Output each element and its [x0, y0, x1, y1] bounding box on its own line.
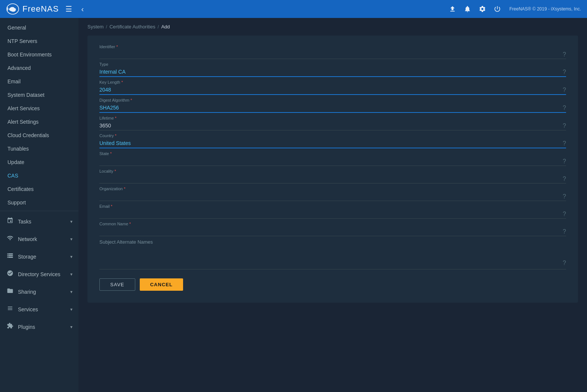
breadcrumb-system[interactable]: System [87, 24, 104, 30]
common-name-input[interactable] [99, 227, 566, 236]
state-input[interactable] [99, 157, 566, 166]
common-name-help-icon[interactable]: ? [563, 228, 566, 235]
locality-help-icon[interactable]: ? [563, 176, 566, 182]
country-label: Country * [99, 133, 566, 138]
storage-arrow: ▾ [70, 254, 72, 259]
notifications-button[interactable] [461, 3, 473, 15]
subject-alt-names-textarea[interactable] [99, 247, 566, 269]
lifetime-input[interactable] [99, 121, 566, 130]
organization-label: Organization * [99, 186, 566, 191]
power-button[interactable] [491, 3, 503, 15]
country-field: Country * United States Canada United Ki… [99, 133, 566, 148]
lifetime-label: Lifetime * [99, 116, 566, 120]
sidebar-item-plugins[interactable]: Plugins ▾ [0, 318, 78, 336]
organization-help-icon[interactable]: ? [563, 193, 566, 200]
sidebar-item-storage[interactable]: Storage ▾ [0, 248, 78, 265]
type-field: Type Internal CA Intermediate CA Import … [99, 62, 566, 77]
state-help-icon[interactable]: ? [563, 158, 566, 165]
lifetime-help-icon[interactable]: ? [563, 123, 566, 129]
network-arrow: ▾ [70, 237, 72, 242]
storage-icon [6, 252, 14, 261]
directory-services-label: Directory Services [18, 271, 61, 277]
sidebar-item-certificates[interactable]: Certificates [0, 182, 78, 196]
sidebar-item-boot-environments[interactable]: Boot Environments [0, 48, 78, 61]
type-select[interactable]: Internal CA Intermediate CA Import CA [99, 67, 566, 77]
digest-algorithm-input-wrapper: SHA1 SHA224 SHA256 SHA384 SHA512 ? [99, 103, 566, 113]
services-arrow: ▾ [70, 307, 72, 312]
plugins-svg-icon [7, 322, 13, 329]
tasks-arrow: ▾ [70, 219, 72, 224]
email-input[interactable] [99, 209, 566, 219]
common-name-field: Common Name * ? [99, 222, 566, 236]
sidebar-item-ntp-servers[interactable]: NTP Servers [0, 34, 78, 48]
email-help-icon[interactable]: ? [563, 211, 566, 217]
sidebar: General NTP Servers Boot Environments Ad… [0, 18, 78, 392]
tasks-label: Tasks [18, 219, 31, 225]
topbar-logo: FreeNAS [6, 2, 59, 16]
digest-algorithm-label: Digest Algorithm * [99, 98, 566, 102]
subject-alt-names-help-icon[interactable]: ? [563, 260, 566, 266]
digest-algorithm-select[interactable]: SHA1 SHA224 SHA256 SHA384 SHA512 [99, 103, 566, 113]
key-length-field: Key Length * 1024 2048 4096 ? [99, 80, 566, 95]
email-input-wrapper: ? [99, 209, 566, 219]
locality-input[interactable] [99, 174, 566, 183]
sidebar-item-advanced[interactable]: Advanced [0, 61, 78, 75]
form-card: Identifier * ? Type Internal CA Intermed… [87, 36, 578, 303]
identifier-input[interactable] [99, 50, 566, 59]
common-name-input-wrapper: ? [99, 227, 566, 236]
network-label: Network [18, 236, 37, 242]
directory-services-svg-icon [7, 270, 13, 277]
key-length-select[interactable]: 1024 2048 4096 [99, 85, 566, 95]
organization-input-wrapper: ? [99, 192, 566, 201]
svg-point-1 [14, 7, 16, 8]
breadcrumb: System / Certificate Authorities / Add [78, 18, 587, 33]
storage-svg-icon [7, 252, 13, 259]
sidebar-item-cas[interactable]: CAS [0, 169, 78, 182]
sidebar-item-tasks[interactable]: Tasks ▾ [0, 213, 78, 230]
country-help-icon[interactable]: ? [563, 140, 566, 147]
lifetime-input-wrapper: ? [99, 121, 566, 130]
breadcrumb-sep1: / [106, 24, 107, 30]
breadcrumb-add: Add [161, 24, 170, 30]
main-layout: General NTP Servers Boot Environments Ad… [0, 18, 587, 392]
breadcrumb-certificate-authorities[interactable]: Certificate Authorities [109, 24, 155, 30]
settings-button[interactable] [476, 3, 488, 15]
sidebar-item-sharing[interactable]: Sharing ▾ [0, 283, 78, 300]
sidebar-item-tunables[interactable]: Tunables [0, 142, 78, 155]
sidebar-item-update[interactable]: Update [0, 155, 78, 169]
sidebar-item-services[interactable]: Services ▾ [0, 300, 78, 318]
back-button[interactable]: ‹ [79, 3, 86, 16]
topbar: FreeNAS ☰ ‹ FreeNAS® © 2019 - iXsystems,… [0, 0, 587, 18]
sidebar-item-alert-services[interactable]: Alert Services [0, 102, 78, 115]
sidebar-item-directory-services[interactable]: Directory Services ▾ [0, 265, 78, 283]
sharing-label: Sharing [18, 289, 36, 295]
app-name: FreeNAS [22, 4, 59, 14]
services-icon [6, 305, 14, 314]
key-length-help-icon[interactable]: ? [563, 87, 566, 93]
upload-icon-button[interactable] [447, 3, 458, 15]
email-label: Email * [99, 204, 566, 209]
sidebar-item-email[interactable]: Email [0, 75, 78, 88]
organization-input[interactable] [99, 192, 566, 201]
sharing-icon [6, 287, 14, 296]
sidebar-item-alert-settings[interactable]: Alert Settings [0, 115, 78, 129]
state-input-wrapper: ? [99, 157, 566, 166]
country-select[interactable]: United States Canada United Kingdom Germ… [99, 139, 566, 148]
sidebar-item-cloud-credentials[interactable]: Cloud Credentials [0, 129, 78, 142]
sidebar-item-support[interactable]: Support [0, 196, 78, 209]
storage-label: Storage [18, 254, 36, 260]
digest-algorithm-help-icon[interactable]: ? [563, 105, 566, 111]
lifetime-required: * [115, 116, 117, 120]
sidebar-item-general[interactable]: General [0, 21, 78, 34]
sidebar-item-network[interactable]: Network ▾ [0, 230, 78, 248]
identifier-required: * [116, 44, 118, 49]
plugins-label: Plugins [18, 324, 35, 330]
locality-field: Locality * ? [99, 169, 566, 183]
identifier-help-icon[interactable]: ? [563, 51, 566, 58]
menu-button[interactable]: ☰ [63, 2, 74, 16]
cancel-button[interactable]: CANCEL [140, 278, 183, 291]
sidebar-item-system-dataset[interactable]: System Dataset [0, 88, 78, 102]
save-button[interactable]: SAVE [99, 278, 135, 291]
type-help-icon[interactable]: ? [563, 69, 566, 75]
email-field: Email * ? [99, 204, 566, 219]
